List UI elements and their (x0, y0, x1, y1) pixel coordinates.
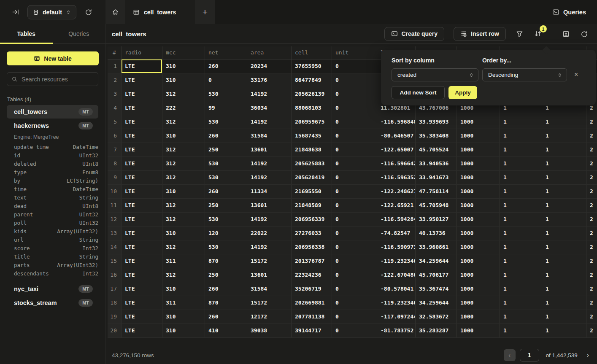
table-cell[interactable]: 205628419 (292, 171, 332, 184)
table-cell[interactable]: 312 (162, 171, 205, 184)
table-cell[interactable]: 15687435 (292, 129, 332, 143)
table-cell[interactable]: 45.705948 (416, 199, 457, 212)
table-cell[interactable]: 14192 (247, 171, 292, 184)
table-cell[interactable]: 34.259644 (416, 254, 457, 268)
table-cell[interactable]: 1000 (457, 143, 500, 156)
table-cell[interactable]: 37655950 (292, 59, 332, 73)
table-cell[interactable]: 0 (332, 268, 377, 282)
table-cell[interactable]: 14192 (247, 240, 292, 254)
table-cell[interactable]: 35.283287 (416, 324, 457, 337)
table-cell[interactable]: LTE (122, 240, 162, 254)
table-cell[interactable]: 1 (542, 213, 586, 226)
table-cell[interactable]: 260 (205, 185, 247, 198)
table-cell[interactable]: 32.583672 (416, 310, 457, 324)
table-cell[interactable]: 14192 (247, 115, 292, 129)
table-cell[interactable]: 33.950127 (416, 213, 457, 226)
table-cell[interactable]: 260 (205, 310, 247, 324)
table-cell[interactable]: 47.758114 (416, 185, 457, 198)
table-cell[interactable]: LTE (122, 185, 162, 198)
table-cell[interactable]: 14192 (247, 87, 292, 101)
table-cell[interactable]: 33.941673 (416, 171, 457, 184)
table-cell[interactable]: 27276033 (292, 226, 332, 240)
table-cell[interactable]: LTE (122, 254, 162, 268)
table-cell[interactable]: 2 (586, 282, 597, 296)
table-cell[interactable]: 0 (332, 310, 377, 324)
table-cell[interactable]: 22324236 (292, 268, 332, 282)
table-cell[interactable]: 1 (500, 254, 542, 268)
reload-databases-button[interactable] (83, 7, 94, 17)
table-cell[interactable]: 206956338 (292, 240, 332, 254)
table-cell[interactable]: 222 (162, 101, 205, 115)
table-cell[interactable]: 14192 (247, 213, 292, 226)
table-cell[interactable]: LTE (122, 268, 162, 282)
table-cell[interactable]: 120 (205, 226, 247, 240)
table-cell[interactable]: 312 (162, 240, 205, 254)
table-cell[interactable]: 1 (542, 310, 586, 324)
column-header-unit[interactable]: unit (332, 46, 377, 59)
table-cell[interactable]: 1 (500, 213, 542, 226)
column-header-net[interactable]: net (205, 46, 247, 59)
table-cell[interactable]: 2 (586, 324, 597, 337)
table-cell[interactable]: 1000 (457, 240, 500, 254)
table-cell[interactable]: 530 (205, 240, 247, 254)
table-cell[interactable]: 250 (205, 143, 247, 156)
table-cell[interactable]: 14192 (247, 157, 292, 170)
table-cell[interactable]: 21848638 (292, 143, 332, 156)
table-cell[interactable]: 310 (162, 324, 205, 337)
table-cell[interactable]: 1000 (457, 157, 500, 170)
table-cell[interactable]: 1 (542, 185, 586, 198)
table-cell[interactable]: 35.383408 (416, 129, 457, 143)
table-cell[interactable]: 201376787 (292, 254, 332, 268)
table-cell[interactable]: 1 (542, 254, 586, 268)
sidebar-tab-queries[interactable]: Queries (53, 24, 105, 43)
table-cell[interactable]: 311 (162, 296, 205, 310)
table-cell[interactable]: 1 (542, 296, 586, 310)
table-cell[interactable]: -122.670486 (377, 268, 416, 282)
table-cell[interactable]: 0 (332, 185, 377, 198)
table-cell[interactable]: 0 (332, 254, 377, 268)
table-cell[interactable]: 1000 (457, 226, 500, 240)
table-cell[interactable]: 1 (542, 129, 586, 143)
table-cell[interactable]: 1000 (457, 199, 500, 212)
table-cell[interactable]: 88068103 (292, 101, 332, 115)
table-cell[interactable]: 260 (205, 59, 247, 73)
table-cell[interactable]: 0 (205, 73, 247, 87)
table-cell[interactable]: 530 (205, 157, 247, 170)
table-cell[interactable]: 1 (500, 185, 542, 198)
table-cell[interactable]: 1 (500, 199, 542, 212)
table-cell[interactable]: 1000 (457, 213, 500, 226)
table-cell[interactable]: 312 (162, 213, 205, 226)
table-cell[interactable]: 86477849 (292, 73, 332, 87)
table-cell[interactable]: -117.097244 (377, 310, 416, 324)
table-cell[interactable]: 1 (542, 171, 586, 184)
sort-button[interactable]: 1 (533, 29, 543, 38)
table-cell[interactable]: 15172 (247, 254, 292, 268)
table-cell[interactable]: 312 (162, 268, 205, 282)
search-input[interactable] (22, 76, 98, 83)
table-cell[interactable]: 1 (542, 143, 586, 156)
table-cell[interactable]: 1 (542, 199, 586, 212)
table-cell[interactable]: 260 (205, 129, 247, 143)
table-cell[interactable]: 870 (205, 254, 247, 268)
table-cell[interactable]: 39038 (247, 324, 292, 337)
table-cell[interactable]: LTE (122, 73, 162, 87)
column-header-area[interactable]: area (247, 46, 292, 59)
table-cell[interactable]: 206956339 (292, 213, 332, 226)
table-cell[interactable]: LTE (122, 157, 162, 170)
table-cell[interactable]: 0 (332, 199, 377, 212)
table-cell[interactable]: -122.248627 (377, 185, 416, 198)
table-cell[interactable]: 202669881 (292, 296, 332, 310)
table-cell[interactable]: LTE (122, 213, 162, 226)
table-cell[interactable]: 310 (162, 226, 205, 240)
table-cell[interactable]: -119.232346 (377, 296, 416, 310)
create-query-button[interactable]: Create query (384, 27, 445, 41)
table-cell[interactable]: -80.578041 (377, 282, 416, 296)
table-cell[interactable]: 2 (586, 185, 597, 198)
table-cell[interactable]: -116.596642 (377, 157, 416, 170)
table-cell[interactable]: 312 (162, 115, 205, 129)
table-cell[interactable]: 15172 (247, 296, 292, 310)
table-cell[interactable]: LTE (122, 199, 162, 212)
table-cell[interactable]: 1 (500, 296, 542, 310)
table-cell[interactable]: LTE (122, 282, 162, 296)
table-cell[interactable]: 1000 (457, 296, 500, 310)
